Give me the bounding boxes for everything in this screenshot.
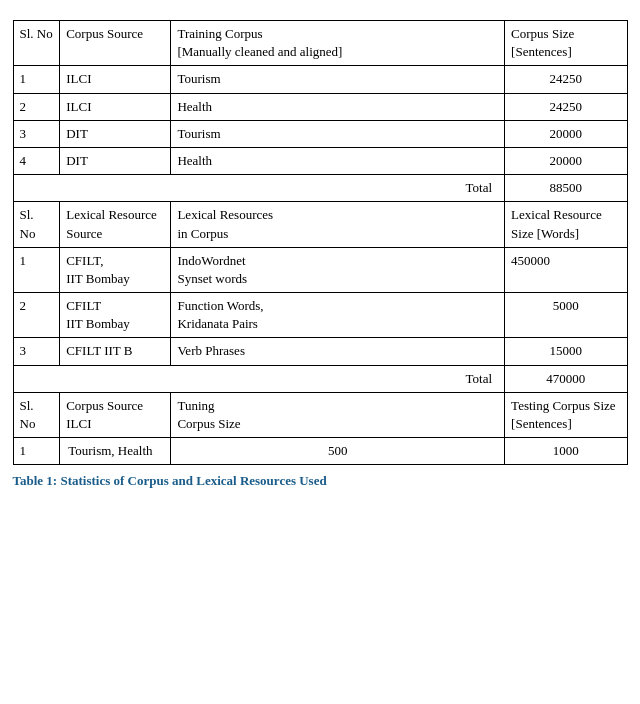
table-caption: Table 1: Statistics of Corpus and Lexica… <box>13 473 628 489</box>
table-row: 1 Tourism, Health 500 1000 <box>13 438 627 465</box>
total-value: 88500 <box>505 175 627 202</box>
cell-size: 24250 <box>505 93 627 120</box>
section1-total-row: Total 88500 <box>13 175 627 202</box>
col2-source-header: Lexical Resource Source <box>60 202 171 247</box>
section2-header-row: Sl. No Lexical Resource Source Lexical R… <box>13 202 627 247</box>
col3-source-header: Corpus Source ILCI <box>60 392 171 437</box>
total-label: Total <box>13 175 505 202</box>
table-row: 1 ILCI Tourism 24250 <box>13 66 627 93</box>
cell-sl: 3 <box>13 338 60 365</box>
col2-corpus-header: Lexical Resources in Corpus <box>171 202 505 247</box>
cell-sl: 1 <box>13 66 60 93</box>
cell-size: 20000 <box>505 120 627 147</box>
col3-testing-header: Testing Corpus Size [Sentences] <box>505 392 627 437</box>
statistics-table: Sl. No Corpus Source Training Corpus [Ma… <box>13 20 628 465</box>
table-row: 1 CFILT, IIT Bombay IndoWordnet Synset w… <box>13 247 627 292</box>
cell-size: 20000 <box>505 147 627 174</box>
cell-corpus: Tourism <box>171 66 505 93</box>
cell-size: 450000 <box>505 247 627 292</box>
table-row: 3 DIT Tourism 20000 <box>13 120 627 147</box>
col3-slno-header: Sl. No <box>13 392 60 437</box>
col2-size-header: Lexical Resource Size [Words] <box>505 202 627 247</box>
table-row: 4 DIT Health 20000 <box>13 147 627 174</box>
table-row: 2 CFILT IIT Bombay Function Words, Krida… <box>13 293 627 338</box>
cell-source: CFILT IIT B <box>60 338 171 365</box>
cell-corpus: Function Words, Kridanata Pairs <box>171 293 505 338</box>
cell-size: 15000 <box>505 338 627 365</box>
cell-tuning: 500 <box>171 438 505 465</box>
total-label: Total <box>13 365 505 392</box>
cell-size: 24250 <box>505 66 627 93</box>
section1-header-row: Sl. No Corpus Source Training Corpus [Ma… <box>13 21 627 66</box>
cell-sl: 2 <box>13 293 60 338</box>
cell-corpus: Tourism <box>171 120 505 147</box>
section2-total-row: Total 470000 <box>13 365 627 392</box>
cell-source: Tourism, Health <box>60 438 171 465</box>
cell-testing: 1000 <box>505 438 627 465</box>
table-row: 2 ILCI Health 24250 <box>13 93 627 120</box>
cell-source: CFILT IIT Bombay <box>60 293 171 338</box>
cell-source: DIT <box>60 147 171 174</box>
col3-tuning-header: Tuning Corpus Size <box>171 392 505 437</box>
cell-sl: 4 <box>13 147 60 174</box>
cell-source: CFILT, IIT Bombay <box>60 247 171 292</box>
cell-source: ILCI <box>60 93 171 120</box>
cell-corpus: Verb Phrases <box>171 338 505 365</box>
col-size-header: Corpus Size [Sentences] <box>505 21 627 66</box>
cell-source: DIT <box>60 120 171 147</box>
cell-source: ILCI <box>60 66 171 93</box>
col2-slno-header: Sl. No <box>13 202 60 247</box>
cell-sl: 1 <box>13 247 60 292</box>
main-container: Sl. No Corpus Source Training Corpus [Ma… <box>13 20 628 489</box>
cell-sl: 3 <box>13 120 60 147</box>
cell-corpus: IndoWordnet Synset words <box>171 247 505 292</box>
col-source-header: Corpus Source <box>60 21 171 66</box>
col-slno-header: Sl. No <box>13 21 60 66</box>
cell-sl: 2 <box>13 93 60 120</box>
section3-header-row: Sl. No Corpus Source ILCI Tuning Corpus … <box>13 392 627 437</box>
cell-corpus: Health <box>171 93 505 120</box>
total-value: 470000 <box>505 365 627 392</box>
cell-size: 5000 <box>505 293 627 338</box>
cell-sl: 1 <box>13 438 60 465</box>
table-row: 3 CFILT IIT B Verb Phrases 15000 <box>13 338 627 365</box>
cell-corpus: Health <box>171 147 505 174</box>
col-corpus-header: Training Corpus [Manually cleaned and al… <box>171 21 505 66</box>
